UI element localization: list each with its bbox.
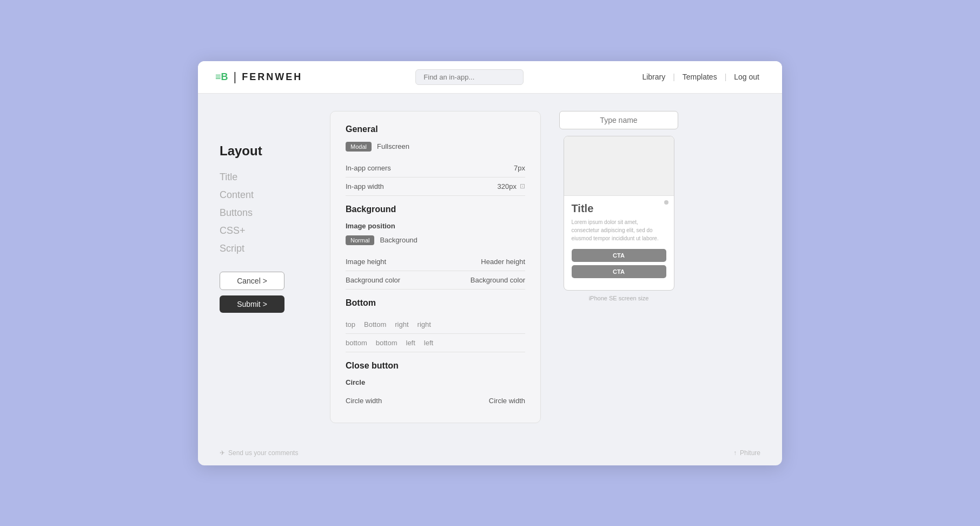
preview-cta2[interactable]: CTA <box>572 265 666 278</box>
sidebar-item-css[interactable]: CSS+ <box>220 223 317 239</box>
circle-width-value: Circle width <box>489 397 525 405</box>
sidebar-item-buttons[interactable]: Buttons <box>220 205 317 221</box>
bottom-row-1: top Bottom right right <box>346 315 525 334</box>
type-name-input[interactable] <box>559 111 678 129</box>
bg-color-label: Background color <box>346 276 400 284</box>
bg-color-row: Background color Background color <box>346 271 525 290</box>
corners-label: In-app corners <box>346 164 391 172</box>
bottom-row-2: bottom bottom left left <box>346 334 525 352</box>
preview-panel: Title Lorem ipsum dolor sit amet, consec… <box>554 111 684 423</box>
header: ≡B | FERNWEH Library | Templates | Log o… <box>198 61 782 94</box>
close-button-section-title: Close button <box>346 361 525 371</box>
footer-phiture-icon: ↑ <box>733 449 737 457</box>
bottom-r2-c3: left <box>406 339 415 347</box>
nav-divider-1: | <box>673 73 675 81</box>
sidebar-item-content[interactable]: Content <box>220 187 317 203</box>
nav-divider-2: | <box>725 73 727 81</box>
sidebar-item-title[interactable]: Title <box>220 169 317 185</box>
modal-tag: Modal <box>346 142 372 152</box>
search-input[interactable] <box>415 69 524 85</box>
logo-separator: | <box>234 70 237 84</box>
logo: ≡B | FERNWEH <box>215 70 302 84</box>
circle-label: Circle <box>346 378 525 386</box>
bottom-section: top Bottom right right bottom bottom lef… <box>346 315 525 352</box>
bottom-r2-c2: bottom <box>376 339 398 347</box>
preview-body: Lorem ipsum dolor sit amet, consectetur … <box>572 218 666 242</box>
bg-color-value: Background color <box>471 276 525 284</box>
fullscreen-label: Fullscreen <box>377 142 409 150</box>
form-panel: General Modal Fullscreen In-app corners … <box>330 111 541 423</box>
footer-send-text[interactable]: Send us your comments <box>228 449 298 457</box>
width-row: In-app width 320px ⊡ <box>346 177 525 196</box>
general-section-title: General <box>346 124 525 134</box>
logo-text: FERNWEH <box>242 71 302 83</box>
width-label: In-app width <box>346 182 384 190</box>
footer: ✈ Send us your comments ↑ Phiture <box>198 440 782 465</box>
footer-right: ↑ Phiture <box>733 449 760 457</box>
image-position-label: Image position <box>346 222 525 230</box>
bottom-r2-c4: left <box>424 339 433 347</box>
cancel-button[interactable]: Cancel > <box>220 272 284 290</box>
sidebar: Layout Title Content Buttons CSS+ Script… <box>220 111 317 423</box>
width-value: 320px ⊡ <box>498 182 525 190</box>
bottom-r1-c4: right <box>418 320 431 328</box>
search-container <box>415 69 524 85</box>
bottom-section-title: Bottom <box>346 298 525 308</box>
header-nav: Library | Templates | Log out <box>637 73 765 81</box>
footer-phiture-text: Phiture <box>740 449 760 457</box>
background-label: Background <box>380 236 417 244</box>
footer-left: ✈ Send us your comments <box>220 449 298 457</box>
circle-width-label: Circle width <box>346 397 382 405</box>
image-height-value: Header height <box>481 258 525 266</box>
normal-tag: Normal <box>346 235 374 245</box>
image-height-label: Image height <box>346 258 386 266</box>
nav-templates[interactable]: Templates <box>677 73 723 81</box>
bottom-r1-c3: right <box>395 320 408 328</box>
logo-icon: ≡B <box>215 71 228 83</box>
sidebar-item-script[interactable]: Script <box>220 241 317 257</box>
sidebar-buttons: Cancel > Submit > <box>220 272 317 313</box>
image-pos-row: Normal Background <box>346 235 525 245</box>
bottom-r1-c1: top <box>346 320 355 328</box>
nav-library[interactable]: Library <box>637 73 671 81</box>
corners-value: 7px <box>514 164 525 172</box>
image-height-row: Image height Header height <box>346 253 525 271</box>
phone-content-area: Title Lorem ipsum dolor sit amet, consec… <box>564 196 674 290</box>
phone-preview: Title Lorem ipsum dolor sit amet, consec… <box>564 136 674 291</box>
app-window: ≡B | FERNWEH Library | Templates | Log o… <box>198 61 782 465</box>
circle-width-row: Circle width Circle width <box>346 392 525 410</box>
phone-image-area <box>564 136 674 196</box>
preview-cta1[interactable]: CTA <box>572 249 666 262</box>
nav-logout[interactable]: Log out <box>729 73 765 81</box>
main-content: Layout Title Content Buttons CSS+ Script… <box>198 94 782 440</box>
background-section-title: Background <box>346 205 525 214</box>
close-dot <box>664 200 668 205</box>
submit-button[interactable]: Submit > <box>220 295 284 313</box>
general-tag-row: Modal Fullscreen <box>346 142 525 152</box>
preview-title: Title <box>572 202 666 215</box>
corners-row: In-app corners 7px <box>346 159 525 177</box>
sidebar-title: Layout <box>220 143 317 159</box>
footer-send-icon: ✈ <box>220 449 225 457</box>
bottom-r2-c1: bottom <box>346 339 367 347</box>
bottom-r1-c2: Bottom <box>364 320 386 328</box>
resize-icon: ⊡ <box>520 182 525 190</box>
screen-label: iPhone SE screen size <box>589 295 649 301</box>
